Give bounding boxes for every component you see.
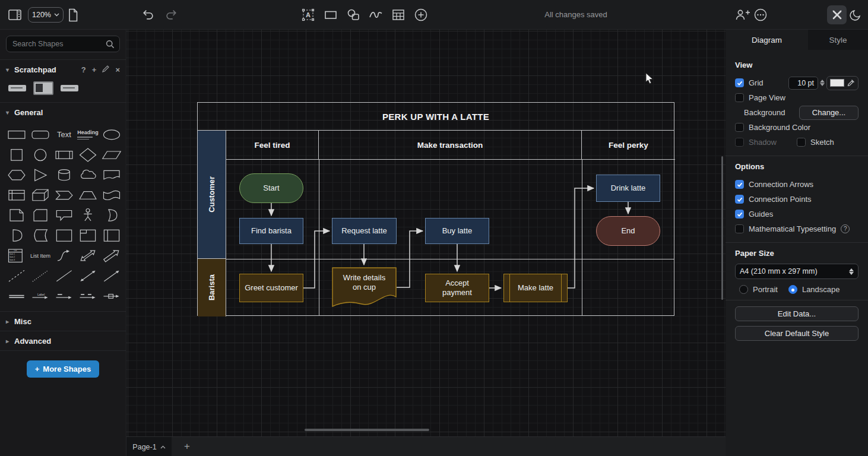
scratchpad-item[interactable] xyxy=(8,85,26,91)
shape-triangle[interactable] xyxy=(28,167,52,183)
math-typesetting-checkbox[interactable] xyxy=(735,224,744,233)
grid-size-input[interactable]: 10 pt xyxy=(788,77,818,90)
general-header[interactable]: ▾ General xyxy=(0,103,126,122)
shape-bidirectional-arrow[interactable] xyxy=(76,248,100,264)
text-tool-icon[interactable]: A xyxy=(300,7,316,23)
scratchpad-edit-icon[interactable] xyxy=(102,65,109,74)
drawing-canvas[interactable]: PERK UP WITH A LATTE Customer Barista Fe… xyxy=(126,30,726,436)
node-make-latte[interactable]: Make latte xyxy=(503,274,568,302)
advanced-header[interactable]: ▸ Advanced xyxy=(0,331,126,350)
redo-icon[interactable] xyxy=(164,8,178,22)
clear-default-style-button[interactable]: Clear Default Style xyxy=(735,326,859,341)
shape-ellipse[interactable] xyxy=(100,126,123,142)
shape-rectangle[interactable] xyxy=(5,126,28,142)
vertical-scrollbar[interactable] xyxy=(721,156,723,300)
shape-actor[interactable] xyxy=(76,207,100,223)
shape-hexagon[interactable] xyxy=(5,167,28,183)
edit-data-button[interactable]: Edit Data... xyxy=(735,306,859,321)
freehand-tool-icon[interactable] xyxy=(368,7,384,23)
scratchpad-item[interactable] xyxy=(61,85,78,91)
shape-tape[interactable] xyxy=(100,187,123,203)
shape-bidirectional-connector[interactable] xyxy=(76,268,100,284)
more-actions-icon[interactable] xyxy=(754,8,767,21)
page-view-checkbox[interactable] xyxy=(735,93,744,102)
node-drink-latte[interactable]: Drink latte xyxy=(596,175,660,202)
more-shapes-button[interactable]: + More Shapes xyxy=(27,360,100,378)
table-tool-icon[interactable] xyxy=(391,7,406,23)
shape-arrow-label[interactable]: Label xyxy=(28,288,52,304)
landscape-radio[interactable] xyxy=(788,285,797,294)
shape-rounded-rectangle[interactable] xyxy=(28,126,52,142)
shape-arrow[interactable] xyxy=(100,248,123,264)
phase-feel-perky[interactable]: Feel perky xyxy=(582,131,675,160)
lane-customer[interactable]: Customer xyxy=(198,131,226,259)
background-color-checkbox[interactable] xyxy=(735,123,744,132)
toggle-panels-icon[interactable] xyxy=(8,9,21,21)
shape-line-two-labels[interactable] xyxy=(76,288,100,304)
shape-link[interactable] xyxy=(5,288,28,304)
scratchpad-help-icon[interactable]: ? xyxy=(81,65,86,74)
shapes-tool-icon[interactable] xyxy=(346,7,361,23)
tab-diagram[interactable]: Diagram xyxy=(726,30,808,50)
shape-circle[interactable] xyxy=(28,147,52,163)
shape-line[interactable] xyxy=(52,268,76,284)
shape-container[interactable] xyxy=(52,227,76,243)
search-shapes-input[interactable] xyxy=(7,36,119,52)
shape-note[interactable] xyxy=(5,207,28,223)
scratchpad-item[interactable] xyxy=(33,81,53,95)
shape-directional-connector[interactable] xyxy=(100,268,123,284)
sketch-checkbox[interactable] xyxy=(797,138,806,147)
node-start[interactable]: Start xyxy=(239,173,303,203)
share-icon[interactable] xyxy=(735,8,750,21)
shape-text[interactable]: Text xyxy=(52,126,76,142)
page-tab[interactable]: Page-1 xyxy=(126,437,172,456)
shape-cube[interactable] xyxy=(28,187,52,203)
misc-header[interactable]: ▸ Misc xyxy=(0,312,126,331)
shape-or[interactable] xyxy=(100,207,123,223)
add-page-icon[interactable]: + xyxy=(181,441,193,452)
shape-curve[interactable] xyxy=(52,248,76,264)
search-icon[interactable] xyxy=(106,40,115,51)
shape-connector-symbol[interactable] xyxy=(100,288,123,304)
shape-internal-storage[interactable] xyxy=(5,187,28,203)
sketch-tools-icon[interactable] xyxy=(827,5,847,24)
insert-more-icon[interactable] xyxy=(413,7,429,23)
shape-and[interactable] xyxy=(5,227,28,243)
node-write-details[interactable]: Write details on cup xyxy=(332,267,397,308)
scratchpad-add-icon[interactable]: + xyxy=(92,65,97,74)
phase-make-transaction[interactable]: Make transaction xyxy=(319,131,582,160)
portrait-radio[interactable] xyxy=(739,285,748,294)
shape-data-storage[interactable] xyxy=(28,227,52,243)
shape-parallelogram[interactable] xyxy=(100,147,123,163)
pool-title[interactable]: PERK UP WITH A LATTE xyxy=(198,103,674,131)
shape-list[interactable]: ListItem 1Item 2Item 3 xyxy=(5,248,28,264)
shape-document[interactable] xyxy=(100,167,123,183)
shape-vertical-container[interactable] xyxy=(100,227,123,243)
dark-mode-icon[interactable] xyxy=(849,8,862,21)
shape-step[interactable] xyxy=(52,187,76,203)
lane-barista[interactable]: Barista xyxy=(198,259,226,316)
shape-list-item[interactable]: List Item xyxy=(28,248,52,264)
help-icon[interactable]: ? xyxy=(841,224,850,233)
shape-diamond[interactable] xyxy=(76,147,100,163)
shape-cylinder[interactable] xyxy=(52,167,76,183)
page-setup-icon[interactable] xyxy=(67,8,79,22)
change-background-button[interactable]: Change... xyxy=(799,106,859,120)
node-find-barista[interactable]: Find barista xyxy=(239,218,303,244)
shape-callout[interactable] xyxy=(52,207,76,223)
paper-size-select[interactable]: A4 (210 mm x 297 mm) xyxy=(735,264,859,279)
grid-size-stepper[interactable] xyxy=(820,80,825,86)
shape-trapezoid[interactable] xyxy=(76,187,100,203)
shape-frame[interactable] xyxy=(76,227,100,243)
shape-cloud[interactable] xyxy=(76,167,100,183)
horizontal-scrollbar[interactable] xyxy=(305,429,429,431)
connection-arrows-checkbox[interactable] xyxy=(735,180,744,189)
undo-icon[interactable] xyxy=(141,8,156,22)
zoom-dropdown[interactable]: 120% xyxy=(28,7,64,23)
shape-card[interactable] xyxy=(28,207,52,223)
grid-checkbox[interactable] xyxy=(735,78,744,87)
node-request-latte[interactable]: Request latte xyxy=(332,218,397,244)
scratchpad-header[interactable]: ▾ Scratchpad ? + × xyxy=(0,60,126,79)
rectangle-tool-icon[interactable] xyxy=(323,7,338,23)
shape-dashed-line[interactable] xyxy=(5,268,28,284)
